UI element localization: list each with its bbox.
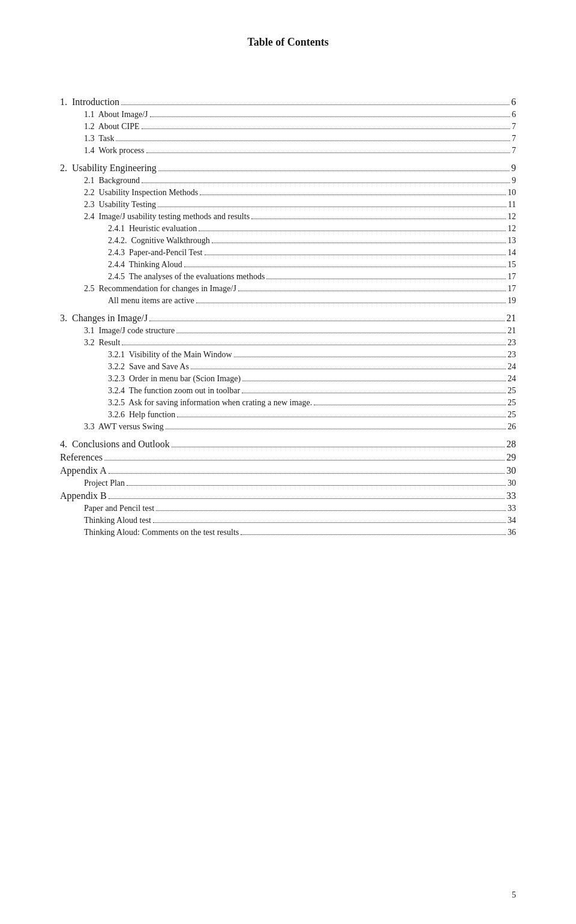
- toc-label: 2.4 Image/J usability testing methods an…: [60, 212, 250, 222]
- toc-label: 1.1 About Image/J: [60, 110, 148, 119]
- toc-dots: [212, 243, 506, 243]
- toc-entry: 3. Changes in Image/J21: [60, 313, 516, 324]
- toc-page: 29: [506, 452, 516, 463]
- page-title: Table of Contents: [60, 36, 516, 49]
- toc-entry: Thinking Aloud: Comments on the test res…: [60, 528, 516, 537]
- toc-page: 21: [508, 326, 516, 336]
- toc-entry: 2.4.1 Heuristic evaluation12: [60, 224, 516, 234]
- toc-entry: 1.4 Work process7: [60, 146, 516, 156]
- toc-dots: [242, 393, 506, 393]
- toc-dots: [109, 498, 505, 499]
- toc-dots: [166, 429, 506, 429]
- toc-entry: 4. Conclusions and Outlook28: [60, 439, 516, 450]
- toc-label: Thinking Aloud: Comments on the test res…: [60, 528, 239, 537]
- toc-dots: [127, 485, 506, 486]
- toc-page: 6: [512, 110, 516, 119]
- toc-entry: Project Plan30: [60, 479, 516, 488]
- toc-dots: [196, 303, 506, 303]
- toc-dots: [121, 104, 509, 105]
- toc-page: 30: [506, 465, 516, 476]
- toc-label: 1. Introduction: [60, 97, 119, 107]
- toc-entry: 3.3 AWT versus Swing26: [60, 422, 516, 432]
- toc-entry: 2.4.5 The analyses of the evaluations me…: [60, 272, 516, 282]
- toc-label: 2.4.1 Heuristic evaluation: [60, 224, 197, 234]
- toc-label: 2.4.3 Paper-and-Pencil Test: [60, 248, 203, 258]
- toc-dots: [314, 405, 506, 405]
- toc-label: Thinking Aloud test: [60, 516, 151, 525]
- toc-page: 34: [508, 516, 516, 525]
- toc-page: 12: [508, 224, 516, 234]
- toc-label: 3.2.6 Help function: [60, 410, 175, 420]
- toc-page: 17: [508, 284, 516, 294]
- toc-label: 2.5 Recommendation for changes in Image/…: [60, 284, 236, 294]
- toc-dots: [184, 267, 506, 267]
- toc-entry: 3.2.2 Save and Save As24: [60, 362, 516, 372]
- toc-label: 3.2.5 Ask for saving information when cr…: [60, 398, 312, 408]
- toc-page: 23: [508, 338, 516, 348]
- toc-entry: References29: [60, 452, 516, 463]
- toc-page: 13: [508, 236, 516, 246]
- toc-dots: [158, 207, 506, 207]
- toc-dots: [242, 381, 506, 381]
- toc-dots: [153, 522, 506, 523]
- toc-entry: 2.2 Usability Inspection Methods10: [60, 188, 516, 198]
- toc-entry: 3.2.5 Ask for saving information when cr…: [60, 398, 516, 408]
- toc-dots: [146, 152, 511, 153]
- toc-label: 1.2 About CIPE: [60, 122, 140, 131]
- toc-page: 11: [508, 200, 516, 210]
- toc-container: 1. Introduction61.1 About Image/J61.2 Ab…: [60, 97, 516, 537]
- toc-page: 21: [506, 313, 516, 324]
- toc-page: 7: [512, 122, 516, 131]
- toc-label: 2.3 Usability Testing: [60, 200, 156, 210]
- toc-label: Appendix A: [60, 465, 107, 476]
- toc-page: 33: [506, 491, 516, 501]
- toc-entry: 2.4.4 Thinking Aloud15: [60, 260, 516, 270]
- toc-dots: [200, 195, 506, 195]
- toc-page: 24: [508, 362, 516, 372]
- toc-page: 10: [508, 188, 516, 198]
- toc-entry: 1.3 Task7: [60, 134, 516, 143]
- toc-label: 2.1 Background: [60, 176, 140, 186]
- toc-dots: [142, 183, 510, 183]
- page-number: 5: [512, 890, 516, 900]
- toc-entry: 2.4 Image/J usability testing methods an…: [60, 212, 516, 222]
- toc-dots: [251, 219, 506, 219]
- toc-entry: 1. Introduction6: [60, 97, 516, 107]
- toc-entry: 3.2 Result23: [60, 338, 516, 348]
- toc-label: Appendix B: [60, 491, 107, 501]
- toc-dots: [205, 255, 506, 255]
- toc-dots: [149, 321, 505, 321]
- toc-dots: [191, 369, 506, 369]
- toc-entry: 2.5 Recommendation for changes in Image/…: [60, 284, 516, 294]
- toc-label: 1.3 Task: [60, 134, 114, 143]
- toc-entry: 2.4.2. Cognitive Walkthrough13: [60, 236, 516, 246]
- toc-entry: 1.2 About CIPE7: [60, 122, 516, 131]
- toc-page: 6: [511, 97, 516, 107]
- toc-label: References: [60, 452, 103, 463]
- toc-page: 26: [508, 422, 516, 432]
- toc-entry: 2. Usability Engineering9: [60, 163, 516, 174]
- toc-entry: 3.2.6 Help function25: [60, 410, 516, 420]
- toc-dots: [158, 171, 509, 171]
- toc-page: 17: [508, 272, 516, 282]
- toc-dots: [266, 279, 506, 279]
- toc-entry: Appendix B33: [60, 491, 516, 501]
- toc-label: Project Plan: [60, 479, 125, 488]
- toc-page: 19: [508, 296, 516, 306]
- toc-entry: 1.1 About Image/J6: [60, 110, 516, 119]
- toc-label: Paper and Pencil test: [60, 504, 154, 513]
- toc-label: 3.1 Image/J code structure: [60, 326, 175, 336]
- toc-page: 23: [508, 350, 516, 360]
- toc-dots: [116, 140, 510, 141]
- toc-dots: [172, 447, 505, 447]
- toc-entry: Thinking Aloud test34: [60, 516, 516, 525]
- toc-entry: 3.1 Image/J code structure21: [60, 326, 516, 336]
- toc-label: 4. Conclusions and Outlook: [60, 439, 170, 450]
- toc-label: 2.4.4 Thinking Aloud: [60, 260, 182, 270]
- toc-dots: [234, 357, 506, 357]
- toc-page: 33: [508, 504, 516, 513]
- toc-label: 3.2 Result: [60, 338, 120, 348]
- toc-label: 3.2.4 The function zoom out in toolbar: [60, 386, 240, 396]
- toc-label: 3.3 AWT versus Swing: [60, 422, 164, 432]
- toc-dots: [177, 417, 506, 417]
